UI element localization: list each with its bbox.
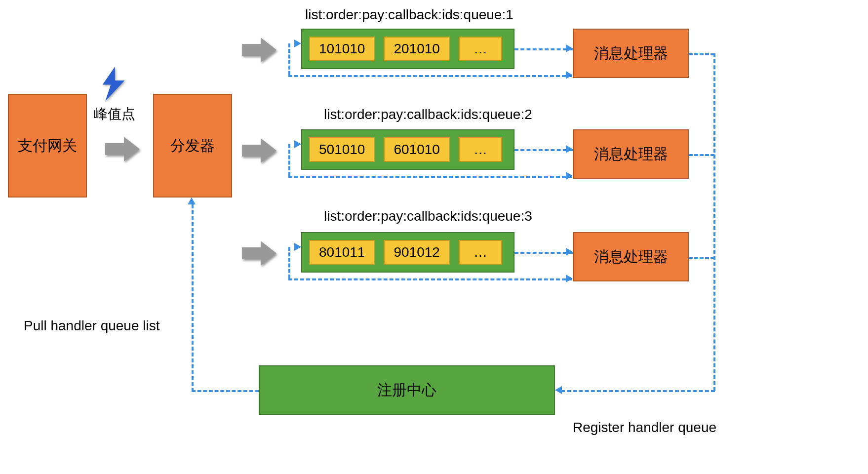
connector <box>288 278 572 280</box>
queue-item: 501010 <box>309 137 375 162</box>
handler-label-2: 消息处理器 <box>594 144 668 164</box>
connector <box>288 144 290 176</box>
registry-box: 注册中心 <box>259 365 555 415</box>
queue-box-2: 501010 601010 … <box>301 129 514 170</box>
handler-box-2: 消息处理器 <box>573 129 689 179</box>
arrow-icon <box>242 137 277 164</box>
queue-item: 601010 <box>384 137 449 162</box>
queue-item: 101010 <box>309 37 375 61</box>
connector <box>689 154 714 156</box>
svg-marker-3 <box>242 138 276 163</box>
svg-marker-1 <box>105 137 140 161</box>
arrowhead-icon <box>566 172 573 180</box>
connector <box>288 176 572 178</box>
arrow-icon <box>242 240 277 267</box>
pull-caption: Pull handler queue list <box>24 318 160 334</box>
arrowhead-icon <box>294 140 301 148</box>
arrow-icon <box>242 37 277 63</box>
queue-item-ellipsis: … <box>459 137 502 162</box>
connector <box>192 204 194 392</box>
queue-item: 901012 <box>384 240 449 265</box>
arrowhead-icon <box>566 275 573 282</box>
connector <box>689 53 714 55</box>
dispatcher-label: 分发器 <box>170 136 215 156</box>
connector <box>288 43 290 75</box>
register-caption: Register handler queue <box>573 420 716 435</box>
queue-item-ellipsis: … <box>459 240 502 265</box>
connector <box>561 390 715 392</box>
handler-box-3: 消息处理器 <box>573 232 689 281</box>
handler-label-3: 消息处理器 <box>594 247 668 267</box>
connector <box>514 48 573 50</box>
queue-label-2: list:order:pay:callback:ids:queue:2 <box>324 107 532 122</box>
connector <box>713 53 715 391</box>
arrowhead-icon <box>555 386 562 394</box>
arrowhead-icon <box>566 248 573 256</box>
queue-item-ellipsis: … <box>459 37 502 61</box>
svg-marker-4 <box>242 241 276 266</box>
queue-label-1: list:order:pay:callback:ids:queue:1 <box>305 7 513 23</box>
arrowhead-icon <box>566 71 573 79</box>
connector <box>689 257 714 259</box>
connector <box>288 75 572 77</box>
arrowhead-icon <box>294 243 301 251</box>
connector <box>288 247 290 278</box>
queue-box-3: 801011 901012 … <box>301 232 514 273</box>
queue-label-3: list:order:pay:callback:ids:queue:3 <box>324 208 532 224</box>
arrowhead-icon <box>566 145 573 153</box>
svg-marker-2 <box>242 38 276 62</box>
gateway-label: 支付网关 <box>18 136 77 156</box>
registry-label: 注册中心 <box>377 380 436 400</box>
dispatcher-box: 分发器 <box>153 94 232 198</box>
lightning-bolt-icon <box>99 67 128 101</box>
arrowhead-icon <box>294 40 301 47</box>
arrow-icon <box>105 136 141 162</box>
svg-marker-0 <box>103 67 125 101</box>
peak-point-label: 峰值点 <box>94 105 135 123</box>
queue-box-1: 101010 201010 … <box>301 29 514 69</box>
connector <box>514 252 573 254</box>
handler-label-1: 消息处理器 <box>594 43 668 64</box>
arrowhead-icon <box>188 198 196 204</box>
gateway-box: 支付网关 <box>8 94 87 198</box>
connector <box>192 390 259 392</box>
queue-item: 201010 <box>384 37 449 61</box>
handler-box-1: 消息处理器 <box>573 29 689 78</box>
queue-item: 801011 <box>309 240 375 265</box>
diagram-canvas: 支付网关 分发器 消息处理器 消息处理器 消息处理器 list:order:pa… <box>0 0 868 474</box>
arrowhead-icon <box>566 44 573 52</box>
connector <box>514 149 573 151</box>
